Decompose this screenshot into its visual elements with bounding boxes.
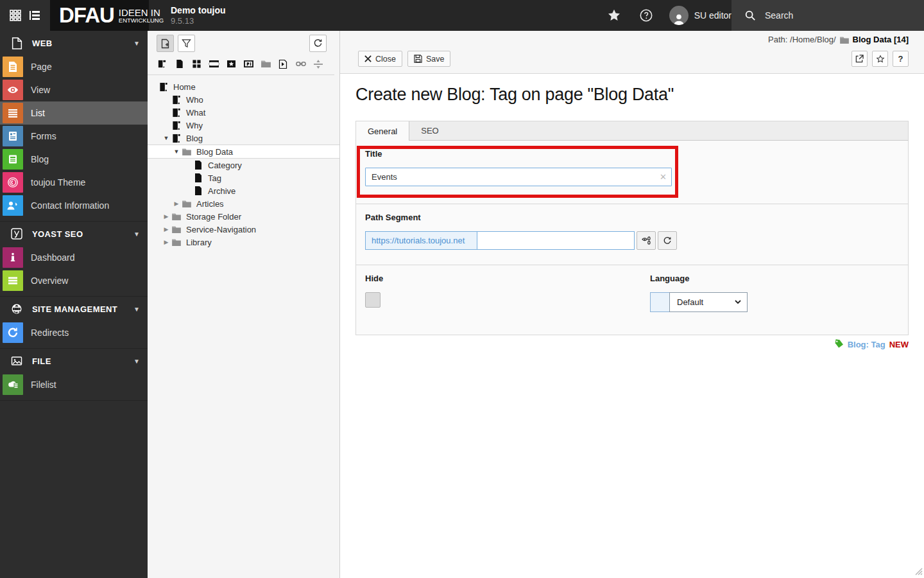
tree-node-blog-data[interactable]: ▼ Blog Data — [148, 144, 339, 159]
collapse-icon[interactable]: ▼ — [172, 148, 181, 155]
expand-icon[interactable]: ▶ — [162, 239, 171, 245]
tree-node-home[interactable]: Home — [148, 80, 339, 93]
section-label: YOAST SEO — [32, 229, 133, 239]
hide-checkbox[interactable] — [365, 292, 381, 308]
section-header-file[interactable]: FILE ▼ — [0, 349, 148, 373]
folder-icon — [171, 225, 182, 233]
page-tree-panel: Home Who What Why ▼ Blog ▼ Blog Data Cat… — [148, 31, 340, 578]
tree-node-storage-folder[interactable]: ▶ Storage Folder — [148, 210, 339, 223]
tree-node-label: Home — [173, 82, 196, 92]
expand-icon[interactable]: ▶ — [162, 226, 171, 232]
page-drag-icon[interactable] — [157, 58, 167, 69]
tab-general[interactable]: General — [356, 121, 409, 141]
tree-node-articles[interactable]: ▶ Articles — [148, 197, 339, 210]
page-title: Create new Blog: Tag on page "Blog Data" — [355, 85, 674, 105]
section-header-yoast-seo[interactable]: YOAST SEO ▼ — [0, 222, 148, 246]
filter-button[interactable] — [178, 35, 195, 52]
sidebar-item-label: Overview — [31, 276, 68, 286]
folder-icon — [171, 238, 182, 246]
tag-icon — [834, 339, 844, 349]
docheader: Path: /Home/Blog/ Blog Data [14] Close S… — [340, 31, 924, 74]
sidebar-item-toujou-theme[interactable]: toujou Theme — [0, 171, 148, 194]
tree-node-category[interactable]: Category — [148, 159, 339, 171]
section-header-site-management[interactable]: SITE MANAGEMENT ▼ — [0, 297, 148, 321]
external-link-drag-icon[interactable] — [295, 58, 306, 69]
path-prefix: Path: /Home/Blog/ — [768, 35, 836, 44]
expand-icon[interactable]: ▶ — [162, 213, 171, 220]
tab-seo[interactable]: SEO — [409, 121, 450, 140]
close-button[interactable]: Close — [358, 51, 402, 67]
pagetree-toggle-icon[interactable] — [26, 6, 44, 24]
logo-claim-line2: ENTWICKLUNG — [119, 17, 164, 24]
sidebar-item-blog[interactable]: Blog — [0, 148, 148, 171]
resize-handle[interactable] — [914, 566, 923, 575]
tree-node-library[interactable]: ▶ Library — [148, 236, 339, 249]
tree-node-blog[interactable]: ▼ Blog — [148, 132, 339, 144]
refresh-button[interactable] — [309, 35, 327, 52]
section-label: WEB — [32, 39, 133, 48]
language-field-label: Language — [650, 274, 748, 283]
expand-icon[interactable]: ▶ — [172, 200, 181, 207]
fingerprint-icon — [3, 172, 23, 193]
section-header-web[interactable]: WEB ▼ — [0, 31, 148, 55]
page-icon — [171, 134, 182, 143]
chevron-down-icon: ▼ — [133, 306, 140, 313]
dfau-logo[interactable]: DFAU IDEEN IN ENTWICKLUNG — [50, 0, 149, 31]
new-page-button[interactable] — [157, 35, 174, 52]
forms-module-icon — [3, 126, 23, 146]
tree-node-who[interactable]: Who — [148, 93, 339, 106]
sidebar-item-dashboard[interactable]: Dashboard — [0, 246, 148, 269]
logo-claim-line1: IDEEN IN — [119, 8, 164, 17]
folder-icon — [181, 200, 193, 207]
sidebar-item-view[interactable]: View — [0, 78, 148, 101]
sidebar-item-redirects[interactable]: Redirects — [0, 321, 148, 344]
sidebar-item-forms[interactable]: Forms — [0, 125, 148, 148]
tree-node-why[interactable]: Why — [148, 119, 339, 132]
modules-grid-icon[interactable] — [6, 6, 24, 24]
special-star-drag-icon[interactable] — [226, 58, 237, 69]
web-document-icon — [9, 37, 24, 49]
folder-icon — [181, 148, 193, 155]
edit-slug-button[interactable] — [637, 231, 656, 250]
toolbar-search[interactable]: Search — [732, 0, 924, 31]
clear-input-icon[interactable]: ✕ — [660, 172, 667, 182]
open-in-new-button[interactable] — [851, 51, 868, 67]
sidebar-item-overview[interactable]: Overview — [0, 269, 148, 292]
folder-drag-icon[interactable] — [261, 58, 271, 69]
save-icon — [414, 55, 422, 63]
hide-field-label: Hide — [365, 274, 641, 283]
module-menu: WEB ▼ Page View List Forms — [0, 31, 148, 578]
sidebar-item-filelist[interactable]: Filelist — [0, 373, 148, 396]
user-menu[interactable]: SU editor — [669, 6, 732, 25]
recycler-drag-icon[interactable] — [243, 58, 254, 69]
spacer-drag-icon[interactable] — [312, 58, 323, 69]
avatar — [669, 6, 689, 25]
tree-node-what[interactable]: What — [148, 106, 339, 119]
sidebar-item-contact-information[interactable]: Contact Information — [0, 194, 148, 217]
save-button[interactable]: Save — [407, 51, 451, 67]
tree-node-archive[interactable]: Archive — [148, 184, 339, 197]
record-type-label: Blog: Tag — [848, 340, 886, 349]
collapse-icon[interactable]: ▼ — [162, 135, 171, 141]
help-icon[interactable] — [637, 6, 655, 24]
slug-input[interactable] — [477, 231, 635, 250]
shortcut-page-drag-icon[interactable] — [278, 58, 289, 69]
recalculate-slug-button[interactable] — [658, 231, 677, 250]
module-section-site-management: SITE MANAGEMENT ▼ Redirects — [0, 297, 148, 349]
shortcut-grid-drag-icon[interactable] — [191, 58, 202, 69]
typo3-version: 9.5.13 — [171, 16, 226, 26]
tree-node-tag[interactable]: Tag — [148, 171, 339, 184]
tree-node-label: Archive — [208, 186, 235, 196]
tree-node-service-navigation[interactable]: ▶ Service-Navigation — [148, 223, 339, 236]
bookmark-button[interactable] — [872, 51, 888, 67]
sidebar-item-label: Contact Information — [31, 200, 109, 211]
docheader-help-button[interactable]: ? — [893, 51, 909, 67]
mountpoint-drag-icon[interactable] — [209, 58, 219, 69]
title-input[interactable] — [365, 168, 672, 186]
language-select[interactable]: Default — [650, 292, 748, 312]
sidebar-item-page[interactable]: Page — [0, 55, 148, 78]
blank-page-drag-icon[interactable] — [174, 58, 185, 69]
bookmark-star-icon[interactable] — [605, 6, 623, 24]
sidebar-item-label: toujou Theme — [31, 177, 85, 188]
sidebar-item-list[interactable]: List — [0, 101, 148, 125]
